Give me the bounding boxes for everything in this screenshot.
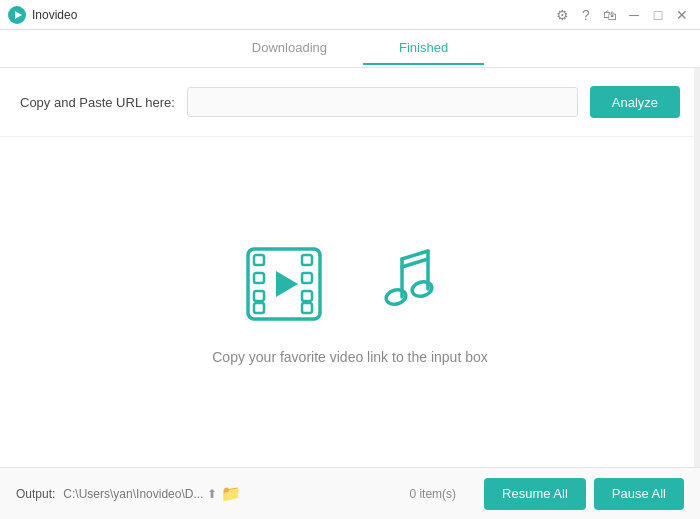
- svg-rect-3: [254, 255, 264, 265]
- center-illustration: Copy your favorite video link to the inp…: [0, 137, 700, 467]
- illustration-text: Copy your favorite video link to the inp…: [212, 349, 488, 365]
- title-bar-left: Inovideo: [8, 6, 77, 24]
- store-icon[interactable]: 🛍: [600, 5, 620, 25]
- title-bar: Inovideo ⚙ ? 🛍 ─ □ ✕: [0, 0, 700, 30]
- right-scroll[interactable]: [694, 68, 700, 467]
- tabs-bar: Downloading Finished: [0, 30, 700, 68]
- icons-row: [240, 239, 460, 329]
- svg-rect-10: [302, 303, 312, 313]
- minimize-icon[interactable]: ─: [624, 5, 644, 25]
- url-input-wrapper: [187, 87, 578, 117]
- output-path-text: C:\Users\yan\Inovideo\D...: [63, 487, 203, 501]
- url-input[interactable]: [187, 87, 578, 117]
- svg-rect-9: [302, 291, 312, 301]
- svg-rect-7: [302, 255, 312, 265]
- bottom-buttons: Resume All Pause All: [484, 478, 684, 510]
- svg-line-16: [402, 251, 428, 259]
- resume-all-button[interactable]: Resume All: [484, 478, 586, 510]
- close-icon[interactable]: ✕: [672, 5, 692, 25]
- svg-point-15: [411, 280, 434, 299]
- svg-rect-5: [254, 291, 264, 301]
- bottom-bar: Output: C:\Users\yan\Inovideo\D... ⬆ 📁 0…: [0, 467, 700, 519]
- help-icon[interactable]: ?: [576, 5, 596, 25]
- output-label: Output:: [16, 487, 55, 501]
- music-icon: [370, 239, 460, 329]
- url-label: Copy and Paste URL here:: [20, 95, 175, 110]
- svg-rect-8: [302, 273, 312, 283]
- maximize-icon[interactable]: □: [648, 5, 668, 25]
- svg-rect-6: [254, 303, 264, 313]
- analyze-button[interactable]: Analyze: [590, 86, 680, 118]
- app-logo: [8, 6, 26, 24]
- tab-downloading[interactable]: Downloading: [216, 32, 363, 65]
- svg-marker-11: [276, 271, 298, 297]
- output-path-container: C:\Users\yan\Inovideo\D... ⬆ 📁: [63, 484, 381, 503]
- url-area: Copy and Paste URL here: Analyze: [0, 68, 700, 137]
- folder-icon[interactable]: 📁: [221, 484, 241, 503]
- svg-line-17: [402, 259, 428, 267]
- items-count: 0 item(s): [389, 487, 476, 501]
- path-expand-icon[interactable]: ⬆: [207, 487, 217, 501]
- main-content: Copy and Paste URL here: Analyze: [0, 68, 700, 467]
- pause-all-button[interactable]: Pause All: [594, 478, 684, 510]
- svg-point-13: [385, 288, 408, 307]
- settings-icon[interactable]: ⚙: [552, 5, 572, 25]
- tab-finished[interactable]: Finished: [363, 32, 484, 65]
- app-title: Inovideo: [32, 8, 77, 22]
- svg-rect-4: [254, 273, 264, 283]
- title-bar-controls: ⚙ ? 🛍 ─ □ ✕: [552, 5, 692, 25]
- film-icon: [240, 239, 340, 329]
